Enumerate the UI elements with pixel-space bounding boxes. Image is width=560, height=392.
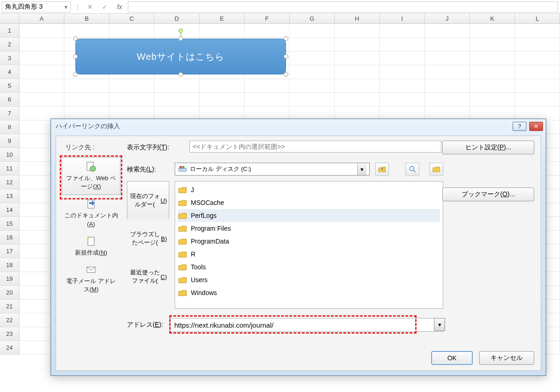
resize-handle[interactable]	[284, 54, 288, 59]
resize-handle[interactable]	[284, 72, 288, 77]
browsed-pages-button[interactable]: ブラウズしたページ(B)	[127, 219, 169, 258]
folder-up-icon	[378, 165, 386, 173]
sidebar-item-new-doc[interactable]: 新規作成(N)	[62, 232, 120, 261]
row-header[interactable]: 15	[0, 217, 19, 231]
col-header[interactable]: B	[64, 14, 109, 23]
col-header[interactable]: K	[470, 14, 515, 23]
sidebar-item-file-web[interactable]: ファイル、Web ページ(X)	[62, 157, 120, 195]
resize-handle[interactable]	[73, 72, 78, 77]
browse-file-button[interactable]	[429, 163, 443, 176]
col-header[interactable]: G	[290, 14, 335, 23]
list-item[interactable]: Windows	[178, 286, 440, 299]
row-header[interactable]: 13	[0, 189, 19, 203]
sidebar-item-this-doc[interactable]: このドキュメント内(A)	[62, 195, 120, 232]
current-folder-button[interactable]: 現在のフォルダー(U)	[127, 181, 169, 220]
svg-rect-7	[182, 166, 184, 168]
name-box[interactable]: 角丸四角形 3 ▾	[2, 1, 71, 12]
address-input[interactable]	[171, 318, 443, 331]
resize-handle[interactable]	[284, 36, 288, 41]
resize-handle[interactable]	[178, 72, 183, 77]
chevron-down-icon[interactable]: ▾	[357, 163, 366, 175]
col-header[interactable]: I	[380, 14, 425, 23]
list-item[interactable]: ProgramData	[178, 235, 440, 248]
row-header[interactable]: 12	[0, 176, 19, 189]
row-header[interactable]: 24	[0, 341, 19, 355]
col-header[interactable]: L	[515, 14, 560, 23]
row-header[interactable]: 2	[0, 38, 19, 51]
row-header[interactable]: 23	[0, 327, 19, 341]
row-header[interactable]: 10	[0, 148, 19, 162]
col-header[interactable]: C	[109, 14, 154, 23]
formula-input[interactable]	[128, 1, 558, 12]
row-header[interactable]: 6	[0, 93, 19, 107]
list-item[interactable]: Tools	[178, 261, 440, 273]
rotation-handle-icon[interactable]	[178, 28, 183, 33]
look-in-value: ローカル ディスク (C:)	[190, 165, 251, 173]
document-arrow-icon	[86, 199, 97, 210]
row-header[interactable]: 22	[0, 313, 19, 327]
dialog-body: リンク先 : 表示文字列(T): ヒント設定(P)... ファイル、Web ペー…	[56, 136, 541, 371]
list-item[interactable]: J	[178, 183, 440, 196]
resize-handle[interactable]	[73, 36, 78, 41]
help-button[interactable]: ?	[513, 122, 526, 131]
row-header[interactable]: 20	[0, 286, 19, 300]
up-folder-button[interactable]	[375, 163, 389, 176]
column-headers: A B C D E F G H I J K L	[0, 14, 560, 24]
row-header[interactable]: 18	[0, 258, 19, 272]
address-dropdown-button[interactable]: ▾	[434, 318, 445, 331]
row-header[interactable]: 21	[0, 300, 19, 313]
folder-icon	[178, 237, 187, 245]
row-header[interactable]: 9	[0, 134, 19, 148]
cancel-icon[interactable]: ✕	[84, 1, 97, 12]
sidebar-item-email[interactable]: 電子メール アドレス(M)	[62, 261, 120, 297]
col-header[interactable]: H	[335, 14, 380, 23]
col-header[interactable]: F	[245, 14, 290, 23]
col-header[interactable]: E	[200, 14, 245, 23]
row-header[interactable]: 1	[0, 24, 19, 38]
row-header[interactable]: 4	[0, 65, 19, 79]
screen-tip-button[interactable]: ヒント設定(P)...	[442, 141, 534, 154]
row-header[interactable]: 16	[0, 231, 19, 244]
list-item[interactable]: Program Files	[178, 222, 440, 235]
recent-files-button[interactable]: 最近使ったファイル(C)	[127, 257, 169, 296]
address-label: アドレス(E):	[127, 321, 163, 329]
rounded-rectangle-shape[interactable]: Webサイトはこちら	[75, 39, 286, 74]
list-item[interactable]: MSOCache	[178, 196, 440, 209]
list-item[interactable]: Users	[178, 273, 440, 286]
svg-rect-5	[179, 168, 187, 171]
display-text-input[interactable]	[189, 141, 441, 153]
row-header[interactable]: 14	[0, 203, 19, 217]
resize-handle[interactable]	[73, 54, 78, 59]
browse-web-button[interactable]	[406, 163, 419, 176]
select-all-corner[interactable]	[0, 14, 19, 23]
row-header[interactable]: 8	[0, 120, 19, 134]
list-item[interactable]: PerfLogs	[178, 209, 440, 222]
row-header[interactable]: 5	[0, 79, 19, 93]
row-header[interactable]: 17	[0, 244, 19, 258]
name-box-value: 角丸四角形 3	[5, 3, 43, 11]
folder-icon	[178, 289, 187, 297]
fx-icon[interactable]: fx	[113, 1, 126, 12]
bookmark-button[interactable]: ブックマーク(O)...	[442, 187, 534, 201]
look-in-combo[interactable]: ローカル ディスク (C:) ▾	[175, 163, 370, 176]
check-icon[interactable]: ✓	[98, 1, 111, 12]
chevron-down-icon[interactable]: ▾	[64, 3, 68, 11]
row-header[interactable]: 11	[0, 162, 19, 176]
file-list[interactable]: J MSOCache PerfLogs Program Files Progra…	[175, 181, 443, 309]
ok-button[interactable]: OK	[431, 351, 473, 365]
col-header[interactable]: J	[425, 14, 470, 23]
folder-icon	[178, 224, 187, 233]
globe-page-icon	[86, 161, 97, 172]
dialog-titlebar[interactable]: ハイパーリンクの挿入 ? ✕	[51, 119, 546, 134]
insert-hyperlink-dialog: ハイパーリンクの挿入 ? ✕ リンク先 : 表示文字列(T): ヒント設定(P)…	[51, 119, 546, 376]
row-header[interactable]: 7	[0, 107, 19, 120]
row-header[interactable]: 19	[0, 272, 19, 286]
col-header[interactable]: D	[154, 14, 200, 23]
cancel-button[interactable]: キャンセル	[479, 351, 534, 365]
close-button[interactable]: ✕	[529, 122, 543, 131]
col-header[interactable]: A	[19, 14, 64, 23]
resize-handle[interactable]	[178, 36, 183, 41]
address-combo[interactable]	[170, 318, 443, 332]
row-header[interactable]: 3	[0, 51, 19, 65]
list-item[interactable]: R	[178, 248, 440, 261]
